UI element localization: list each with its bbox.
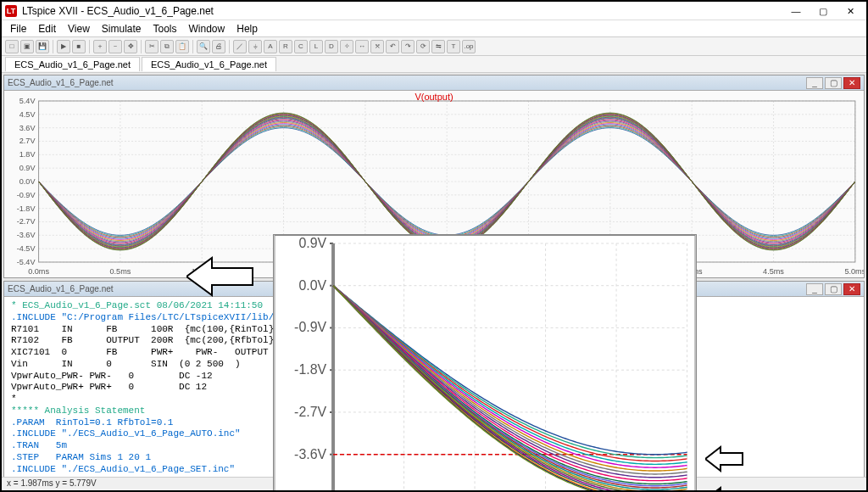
svg-text:0.9V: 0.9V — [298, 236, 326, 250]
tool-diode-icon[interactable]: D — [325, 40, 338, 53]
tool-move-icon[interactable]: ↔ — [355, 40, 369, 53]
svg-text:-4.5V: -4.5V — [17, 244, 36, 253]
toolbar: □ ▣ 💾 ▶ ■ ＋ － ✥ ✂ ⧉ 📋 🔍 🖨 ／ ⏚ A R C L D … — [2, 37, 866, 56]
svg-text:2.7V: 2.7V — [19, 137, 36, 146]
tool-undo-icon[interactable]: ↶ — [386, 40, 399, 53]
svg-text:-1.8V: -1.8V — [294, 362, 326, 377]
svg-text:-0.9V: -0.9V — [294, 320, 326, 334]
tool-wire-icon[interactable]: ／ — [233, 40, 247, 53]
svg-text:-3.6V: -3.6V — [17, 231, 36, 239]
tool-pan-icon[interactable]: ✥ — [124, 40, 137, 53]
tool-text-icon[interactable]: T — [447, 40, 460, 53]
inset-zoom-panel: 0.9V0.0V-0.9V-1.8V-2.7V-3.6V-4.5V — [273, 234, 697, 492]
svg-text:5.4V: 5.4V — [19, 97, 36, 105]
tool-paste-icon[interactable]: 📋 — [175, 40, 189, 53]
tab-1[interactable]: ECS_Audio_v1_6_Page.net — [142, 57, 276, 71]
annotation-arrow-left — [186, 251, 254, 302]
svg-text:-2.7V: -2.7V — [294, 405, 326, 419]
workspace: ECS_Audio_v1_6_Page.net _ ▢ ✕ V(output) … — [2, 73, 866, 477]
menu-simulate[interactable]: Simulate — [97, 21, 147, 36]
menu-file[interactable]: File — [5, 21, 31, 36]
svg-marker-76 — [705, 447, 743, 471]
tool-open-icon[interactable]: ▣ — [20, 40, 34, 53]
annotation-arrow-lower — [705, 484, 744, 492]
svg-text:-0.9V: -0.9V — [17, 191, 36, 199]
svg-text:0.0ms: 0.0ms — [28, 267, 49, 276]
tool-save-icon[interactable]: 💾 — [36, 40, 49, 53]
plot-pane-title: ECS_Audio_v1_6_Page.net — [8, 78, 114, 87]
tool-mirror-icon[interactable]: ⇋ — [431, 40, 445, 53]
tool-spice-icon[interactable]: .op — [462, 40, 476, 53]
tab-0[interactable]: ECS_Audio_v1_6_Page.net — [5, 57, 140, 71]
svg-text:1.8V: 1.8V — [19, 150, 36, 159]
menu-view[interactable]: View — [63, 21, 95, 36]
svg-text:0.0V: 0.0V — [298, 278, 326, 293]
svg-marker-77 — [705, 488, 743, 492]
tool-redo-icon[interactable]: ↷ — [401, 40, 415, 53]
svg-text:5.0ms: 5.0ms — [844, 267, 864, 276]
svg-text:3.6V: 3.6V — [19, 124, 36, 132]
tool-zoom-in-icon[interactable]: ＋ — [93, 40, 107, 53]
tool-gnd-icon[interactable]: ⏚ — [248, 40, 262, 53]
pane-close-button[interactable]: ✕ — [843, 77, 860, 89]
menu-tools[interactable]: Tools — [148, 21, 182, 36]
close-button[interactable]: ✕ — [837, 3, 863, 19]
tool-ind-icon[interactable]: L — [309, 40, 323, 53]
document-tabs: ECS_Audio_v1_6_Page.net ECS_Audio_v1_6_P… — [2, 56, 866, 73]
annotation-arrow-upper — [705, 444, 744, 474]
status-coordinates: x = 1.987ms y = 5.779V — [7, 478, 97, 488]
tool-cap-icon[interactable]: C — [294, 40, 308, 53]
netlist-pane-title: ECS_Audio_v1_6_Page.net — [8, 284, 114, 294]
tool-print-icon[interactable]: 🖨 — [212, 40, 225, 53]
svg-text:-5.4V: -5.4V — [17, 258, 36, 266]
window-title: LTspice XVII - ECS_Audio_v1_6_Page.net — [22, 5, 783, 17]
svg-text:-3.6V: -3.6V — [294, 447, 326, 461]
netlist-minimize-button[interactable]: _ — [806, 283, 823, 295]
netlist-close-button[interactable]: ✕ — [843, 283, 860, 295]
svg-text:4.5ms: 4.5ms — [763, 267, 784, 276]
tool-res-icon[interactable]: R — [279, 40, 292, 53]
tool-cut-icon[interactable]: ✂ — [145, 40, 159, 53]
menu-edit[interactable]: Edit — [33, 21, 61, 36]
pane-minimize-button[interactable]: _ — [806, 77, 823, 89]
tool-rotate-icon[interactable]: ⟳ — [416, 40, 430, 53]
minimize-button[interactable]: — — [783, 3, 809, 19]
svg-text:-1.8V: -1.8V — [17, 204, 36, 213]
svg-text:4.5V: 4.5V — [19, 110, 36, 119]
tool-label-icon[interactable]: A — [264, 40, 277, 53]
tool-zoom-out-icon[interactable]: － — [108, 40, 122, 53]
tool-run-icon[interactable]: ▶ — [57, 40, 70, 53]
tool-drag-icon[interactable]: ⤧ — [370, 40, 384, 53]
tool-copy-icon[interactable]: ⧉ — [160, 40, 174, 53]
svg-marker-75 — [186, 258, 253, 295]
svg-text:-2.7V: -2.7V — [17, 218, 36, 226]
tool-stop-icon[interactable]: ■ — [72, 40, 86, 53]
app-icon: LT — [5, 5, 17, 17]
tool-comp-icon[interactable]: ✧ — [340, 40, 353, 53]
menu-window[interactable]: Window — [184, 21, 231, 36]
menu-bar: File Edit View Simulate Tools Window Hel… — [2, 20, 866, 37]
plot-signal-label: V(output) — [415, 92, 453, 102]
svg-text:0.0V: 0.0V — [19, 177, 36, 186]
svg-text:0.5ms: 0.5ms — [109, 267, 131, 276]
menu-help[interactable]: Help — [231, 21, 263, 36]
svg-text:-4.5V: -4.5V — [294, 489, 326, 492]
window-titlebar: LT LTspice XVII - ECS_Audio_v1_6_Page.ne… — [2, 2, 866, 20]
pane-maximize-button[interactable]: ▢ — [825, 77, 842, 89]
svg-text:0.9V: 0.9V — [19, 164, 36, 172]
plot-pane-header[interactable]: ECS_Audio_v1_6_Page.net _ ▢ ✕ — [4, 75, 864, 91]
tool-new-icon[interactable]: □ — [5, 40, 19, 53]
tool-find-icon[interactable]: 🔍 — [197, 40, 210, 53]
maximize-button[interactable]: ▢ — [810, 3, 836, 19]
inset-plot[interactable]: 0.9V0.0V-0.9V-1.8V-2.7V-3.6V-4.5V — [274, 235, 696, 492]
netlist-maximize-button[interactable]: ▢ — [825, 283, 842, 295]
